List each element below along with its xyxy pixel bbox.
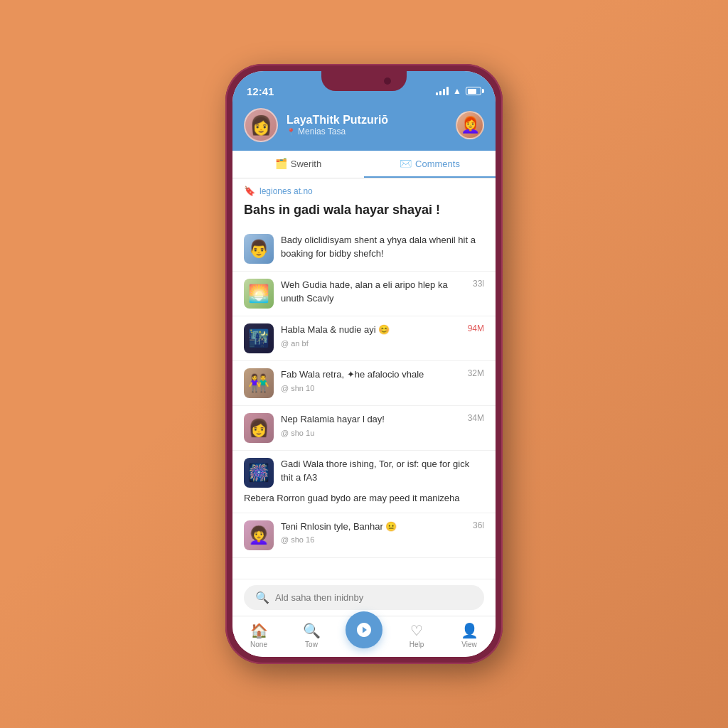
- comment-avatar-4: 👫: [244, 368, 274, 398]
- comment-text-3: Habla Mala & nudie ayi 😊: [281, 323, 461, 336]
- comment-text-5: Nep Ralamia hayar l day!: [281, 413, 461, 426]
- comment-time-3: 94M: [468, 323, 484, 333]
- wifi-icon: ▲: [453, 86, 461, 96]
- post-label-text: legiones at.no: [259, 186, 313, 196]
- location-icon: 📍: [287, 128, 295, 136]
- header-sub: 📍 Menias Tasa: [287, 127, 447, 136]
- comment-meta-7: @ sho 16: [281, 535, 466, 544]
- notch-camera: [384, 77, 391, 85]
- header-avatar-left: [244, 108, 278, 142]
- comment-time-4: 32M: [468, 368, 484, 378]
- tab-comments-label: Comments: [415, 159, 460, 169]
- nav-help-label: Help: [410, 641, 424, 648]
- comment-meta-5: @ sho 1u: [281, 429, 461, 437]
- comment-text-7: Teni Rnlosin tyle, Banhar 😐: [281, 520, 466, 533]
- status-icons: ▲: [436, 86, 481, 96]
- comment-time-7: 36l: [473, 520, 484, 530]
- search-bar[interactable]: 🔍: [244, 585, 484, 610]
- signal-icon: [436, 87, 449, 95]
- comments-list: 👨 Bady oliclidisyam shent a yhya dala wh…: [232, 227, 496, 557]
- app-header: LayaThitk Putzuriō 📍 Menias Tasa: [232, 102, 496, 151]
- comments-tab-icon: ✉️: [400, 158, 412, 169]
- phone-screen: 12:41 ▲ LayaThitk Putzuriō 📍: [232, 71, 496, 657]
- comment-item-2: 🌅 Weh Gudia hade, alan a eli aripo hlep …: [232, 272, 496, 316]
- comment-subtext-6: Rebera Rorron guad bydo are may peed it …: [244, 492, 484, 505]
- phone-body: 12:41 ▲ LayaThitk Putzuriō 📍: [225, 64, 503, 664]
- nav-home-label: None: [250, 641, 267, 648]
- help-icon: ♡: [410, 622, 423, 639]
- comment-text-2: Weh Gudia hade, alan a eli aripo hlep ka…: [281, 279, 466, 304]
- nav-item-fab[interactable]: [338, 620, 390, 651]
- post-title: Bahs in gadi wala hayar shayai !: [232, 199, 496, 227]
- bottom-nav: 🏠 None 🔍 Tow ♡ Help: [232, 616, 496, 657]
- fab-button[interactable]: [346, 611, 382, 648]
- home-icon: 🏠: [250, 622, 268, 639]
- comment-time-2: 33l: [473, 279, 484, 289]
- comment-text-1: Bady oliclidisyam shent a yhya dala when…: [281, 234, 484, 259]
- post-label: 🔖 legiones at.no: [232, 178, 496, 199]
- header-avatar-right: [456, 111, 484, 139]
- search-bar-container: 🔍: [232, 579, 496, 616]
- nav-item-home[interactable]: 🏠 None: [232, 619, 285, 651]
- nav-item-view[interactable]: 👤 View: [443, 619, 496, 651]
- scroll-content[interactable]: 🔖 legiones at.no Bahs in gadi wala hayar…: [232, 178, 496, 579]
- comment-item-6: 🎆 Gadi Wala thore ishing, Tor, or isf: q…: [232, 451, 496, 513]
- tabs-bar: 🗂️ Swerith ✉️ Comments: [232, 151, 496, 178]
- comment-item-4: 👫 Fab Wala retra, ✦he afalocio vhale @ s…: [232, 361, 496, 406]
- view-icon: 👤: [461, 622, 478, 639]
- battery-icon: [466, 87, 481, 95]
- tab-swerith-label: Swerith: [291, 159, 321, 169]
- comment-avatar-1: 👨: [244, 234, 274, 264]
- comment-text-6: Gadi Wala thore ishing, Tor, or isf: que…: [281, 458, 484, 483]
- comment-time-5: 34M: [468, 413, 484, 423]
- comment-text-4: Fab Wala retra, ✦he afalocio vhale: [281, 368, 461, 381]
- comment-avatar-6: 🎆: [244, 458, 274, 488]
- notch: [321, 71, 407, 91]
- comment-avatar-5: 👩: [244, 413, 274, 443]
- comment-item-7: 👩‍🦱 Teni Rnlosin tyle, Banhar 😐 @ sho 16…: [232, 513, 496, 558]
- comment-meta-3: @ an bf: [281, 339, 461, 348]
- nav-item-tow[interactable]: 🔍 Tow: [285, 619, 338, 651]
- post-label-icon: 🔖: [244, 186, 255, 196]
- status-time: 12:41: [247, 85, 274, 97]
- header-sub-text: Menias Tasa: [298, 127, 346, 136]
- comment-item-1: 👨 Bady oliclidisyam shent a yhya dala wh…: [232, 227, 496, 272]
- header-name: LayaThitk Putzuriō: [287, 114, 447, 127]
- comment-item-3: 🌃 Habla Mala & nudie ayi 😊 @ an bf 94M: [232, 316, 496, 361]
- search-input[interactable]: [275, 592, 473, 603]
- fab-icon: [355, 621, 373, 638]
- comment-avatar-2: 🌅: [244, 279, 274, 309]
- phone-wrapper: 12:41 ▲ LayaThitk Putzuriō 📍: [225, 64, 503, 664]
- comment-avatar-3: 🌃: [244, 323, 274, 353]
- tab-comments[interactable]: ✉️ Comments: [364, 151, 496, 178]
- comment-meta-4: @ shn 10: [281, 384, 461, 392]
- nav-item-help[interactable]: ♡ Help: [390, 619, 443, 651]
- search-icon: 🔍: [255, 591, 269, 604]
- nav-tow-label: Tow: [305, 641, 318, 648]
- header-info: LayaThitk Putzuriō 📍 Menias Tasa: [287, 114, 447, 136]
- nav-view-label: View: [461, 641, 477, 648]
- comment-avatar-7: 👩‍🦱: [244, 520, 274, 550]
- swerith-tab-icon: 🗂️: [275, 158, 287, 169]
- comment-item-5: 👩 Nep Ralamia hayar l day! @ sho 1u 34M: [232, 406, 496, 451]
- tow-icon: 🔍: [303, 622, 321, 639]
- tab-swerith[interactable]: 🗂️ Swerith: [232, 151, 364, 178]
